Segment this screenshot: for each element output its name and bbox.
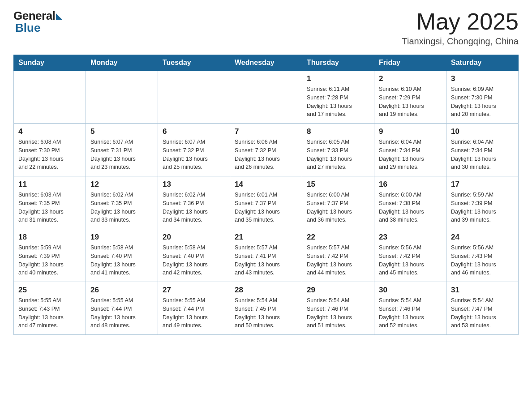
day-info: Sunrise: 5:55 AM Sunset: 7:43 PM Dayligh… [18, 296, 81, 330]
day-number: 20 [163, 233, 225, 242]
day-info: Sunrise: 6:03 AM Sunset: 7:35 PM Dayligh… [18, 191, 81, 224]
day-number: 14 [235, 180, 297, 189]
day-number: 30 [379, 286, 442, 295]
day-info: Sunrise: 6:10 AM Sunset: 7:29 PM Dayligh… [379, 85, 442, 119]
week-row-5: 25Sunrise: 5:55 AM Sunset: 7:43 PM Dayli… [14, 282, 519, 335]
day-info: Sunrise: 6:04 AM Sunset: 7:34 PM Dayligh… [451, 138, 514, 171]
day-number: 1 [307, 74, 369, 83]
day-info: Sunrise: 6:07 AM Sunset: 7:32 PM Dayligh… [163, 138, 225, 171]
day-number: 12 [90, 180, 153, 189]
calendar-cell [86, 71, 158, 124]
weekday-header-sunday: Sunday [14, 55, 86, 71]
calendar-location: Tianxingsi, Chongqing, China [402, 36, 519, 47]
calendar-cell: 6Sunrise: 6:07 AM Sunset: 7:32 PM Daylig… [158, 124, 230, 176]
day-number: 28 [235, 286, 297, 295]
day-number: 27 [163, 286, 225, 295]
day-info: Sunrise: 6:02 AM Sunset: 7:36 PM Dayligh… [163, 191, 225, 224]
calendar-cell: 13Sunrise: 6:02 AM Sunset: 7:36 PM Dayli… [158, 176, 230, 229]
day-number: 26 [90, 286, 153, 295]
calendar-cell [14, 71, 86, 124]
weekday-header-thursday: Thursday [302, 55, 374, 71]
day-info: Sunrise: 5:58 AM Sunset: 7:40 PM Dayligh… [90, 244, 153, 277]
calendar-cell: 19Sunrise: 5:58 AM Sunset: 7:40 PM Dayli… [86, 229, 158, 282]
calendar-cell [158, 71, 230, 124]
logo: General Blue [13, 9, 62, 35]
day-number: 29 [307, 286, 369, 295]
day-number: 5 [90, 127, 153, 136]
day-number: 11 [18, 180, 81, 189]
day-number: 18 [18, 233, 81, 242]
day-info: Sunrise: 5:59 AM Sunset: 7:39 PM Dayligh… [451, 191, 514, 224]
day-info: Sunrise: 5:55 AM Sunset: 7:44 PM Dayligh… [163, 296, 225, 330]
day-number: 17 [451, 180, 514, 189]
calendar-table: SundayMondayTuesdayWednesdayThursdayFrid… [13, 55, 519, 335]
calendar-cell: 15Sunrise: 6:00 AM Sunset: 7:37 PM Dayli… [302, 176, 374, 229]
calendar-cell: 29Sunrise: 5:54 AM Sunset: 7:46 PM Dayli… [302, 282, 374, 335]
day-number: 13 [163, 180, 225, 189]
day-info: Sunrise: 6:04 AM Sunset: 7:34 PM Dayligh… [379, 138, 442, 171]
calendar-cell: 21Sunrise: 5:57 AM Sunset: 7:41 PM Dayli… [230, 229, 302, 282]
day-number: 2 [379, 74, 442, 83]
day-number: 25 [18, 286, 81, 295]
calendar-cell: 25Sunrise: 5:55 AM Sunset: 7:43 PM Dayli… [14, 282, 86, 335]
day-info: Sunrise: 5:57 AM Sunset: 7:42 PM Dayligh… [307, 244, 369, 277]
day-info: Sunrise: 5:54 AM Sunset: 7:45 PM Dayligh… [235, 296, 297, 330]
day-info: Sunrise: 6:06 AM Sunset: 7:32 PM Dayligh… [235, 138, 297, 171]
calendar-cell: 26Sunrise: 5:55 AM Sunset: 7:44 PM Dayli… [86, 282, 158, 335]
calendar-cell: 20Sunrise: 5:58 AM Sunset: 7:40 PM Dayli… [158, 229, 230, 282]
day-number: 8 [307, 127, 369, 136]
calendar-cell: 9Sunrise: 6:04 AM Sunset: 7:34 PM Daylig… [374, 124, 446, 176]
day-info: Sunrise: 6:02 AM Sunset: 7:35 PM Dayligh… [90, 191, 153, 224]
calendar-cell: 3Sunrise: 6:09 AM Sunset: 7:30 PM Daylig… [446, 71, 519, 124]
calendar-cell: 24Sunrise: 5:56 AM Sunset: 7:43 PM Dayli… [446, 229, 519, 282]
week-row-3: 11Sunrise: 6:03 AM Sunset: 7:35 PM Dayli… [14, 176, 519, 229]
calendar-cell: 5Sunrise: 6:07 AM Sunset: 7:31 PM Daylig… [86, 124, 158, 176]
week-row-4: 18Sunrise: 5:59 AM Sunset: 7:39 PM Dayli… [14, 229, 519, 282]
day-number: 7 [235, 127, 297, 136]
day-info: Sunrise: 6:00 AM Sunset: 7:37 PM Dayligh… [307, 191, 369, 224]
day-info: Sunrise: 6:05 AM Sunset: 7:33 PM Dayligh… [307, 138, 369, 171]
day-number: 4 [18, 127, 81, 136]
day-info: Sunrise: 6:01 AM Sunset: 7:37 PM Dayligh… [235, 191, 297, 224]
day-info: Sunrise: 5:54 AM Sunset: 7:46 PM Dayligh… [307, 296, 369, 330]
day-number: 31 [451, 286, 514, 295]
day-number: 16 [379, 180, 442, 189]
weekday-header-wednesday: Wednesday [230, 55, 302, 71]
day-number: 6 [163, 127, 225, 136]
day-number: 10 [451, 127, 514, 136]
calendar-cell: 2Sunrise: 6:10 AM Sunset: 7:29 PM Daylig… [374, 71, 446, 124]
weekday-header-row: SundayMondayTuesdayWednesdayThursdayFrid… [14, 55, 519, 71]
calendar-cell: 17Sunrise: 5:59 AM Sunset: 7:39 PM Dayli… [446, 176, 519, 229]
day-info: Sunrise: 5:55 AM Sunset: 7:44 PM Dayligh… [90, 296, 153, 330]
calendar-cell: 18Sunrise: 5:59 AM Sunset: 7:39 PM Dayli… [14, 229, 86, 282]
day-number: 9 [379, 127, 442, 136]
title-block: May 2025 Tianxingsi, Chongqing, China [402, 9, 519, 47]
calendar-cell: 1Sunrise: 6:11 AM Sunset: 7:28 PM Daylig… [302, 71, 374, 124]
day-info: Sunrise: 5:57 AM Sunset: 7:41 PM Dayligh… [235, 244, 297, 277]
day-number: 22 [307, 233, 369, 242]
day-number: 23 [379, 233, 442, 242]
calendar-cell: 10Sunrise: 6:04 AM Sunset: 7:34 PM Dayli… [446, 124, 519, 176]
week-row-2: 4Sunrise: 6:08 AM Sunset: 7:30 PM Daylig… [14, 124, 519, 176]
calendar-cell: 22Sunrise: 5:57 AM Sunset: 7:42 PM Dayli… [302, 229, 374, 282]
day-info: Sunrise: 5:59 AM Sunset: 7:39 PM Dayligh… [18, 244, 81, 277]
calendar-cell: 11Sunrise: 6:03 AM Sunset: 7:35 PM Dayli… [14, 176, 86, 229]
page-header: General Blue May 2025 Tianxingsi, Chongq… [13, 9, 519, 47]
calendar-cell: 14Sunrise: 6:01 AM Sunset: 7:37 PM Dayli… [230, 176, 302, 229]
calendar-cell: 31Sunrise: 5:54 AM Sunset: 7:47 PM Dayli… [446, 282, 519, 335]
calendar-cell: 16Sunrise: 6:00 AM Sunset: 7:38 PM Dayli… [374, 176, 446, 229]
weekday-header-tuesday: Tuesday [158, 55, 230, 71]
day-info: Sunrise: 5:58 AM Sunset: 7:40 PM Dayligh… [163, 244, 225, 277]
day-info: Sunrise: 5:54 AM Sunset: 7:46 PM Dayligh… [379, 296, 442, 330]
logo-blue-text: Blue [15, 21, 40, 35]
weekday-header-friday: Friday [374, 55, 446, 71]
day-number: 19 [90, 233, 153, 242]
calendar-cell: 8Sunrise: 6:05 AM Sunset: 7:33 PM Daylig… [302, 124, 374, 176]
day-number: 3 [451, 74, 514, 83]
day-number: 24 [451, 233, 514, 242]
day-info: Sunrise: 5:56 AM Sunset: 7:42 PM Dayligh… [379, 244, 442, 277]
weekday-header-saturday: Saturday [446, 55, 519, 71]
logo-triangle-icon [56, 13, 62, 20]
day-info: Sunrise: 6:11 AM Sunset: 7:28 PM Dayligh… [307, 85, 369, 119]
day-info: Sunrise: 5:56 AM Sunset: 7:43 PM Dayligh… [451, 244, 514, 277]
